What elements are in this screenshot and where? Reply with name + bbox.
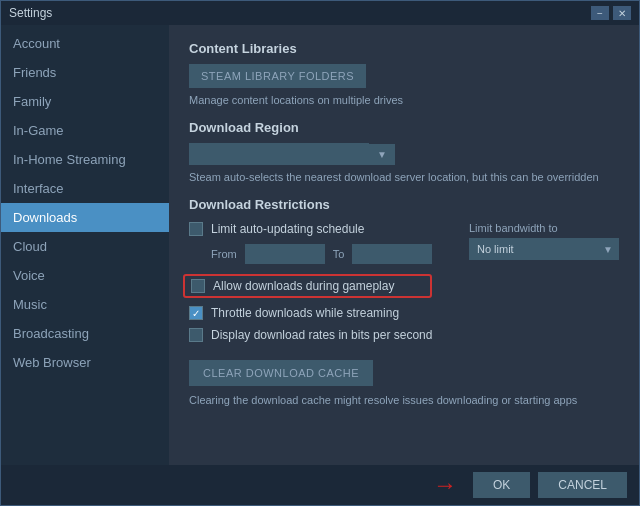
allow-downloads-row: Allow downloads during gameplay [183, 274, 432, 298]
footer: → OK CANCEL [1, 465, 639, 505]
limit-autoupdate-checkbox[interactable] [189, 222, 203, 236]
download-restrictions-section: Download Restrictions Limit auto-updatin… [189, 197, 619, 406]
restrictions-inner: Limit auto-updating schedule From To Al [189, 222, 619, 406]
right-arrow-icon: → [433, 471, 457, 499]
cancel-button[interactable]: CANCEL [538, 472, 627, 498]
display-rates-checkbox[interactable] [189, 328, 203, 342]
region-input[interactable] [189, 143, 369, 165]
sidebar-item-family[interactable]: Family [1, 87, 169, 116]
throttle-label: Throttle downloads while streaming [211, 306, 399, 320]
from-time-input[interactable] [245, 244, 325, 264]
content-libraries-desc: Manage content locations on multiple dri… [189, 94, 619, 106]
close-button[interactable]: ✕ [613, 6, 631, 20]
sidebar: AccountFriendsFamilyIn-GameIn-Home Strea… [1, 25, 169, 465]
to-time-input[interactable] [352, 244, 432, 264]
content-area: AccountFriendsFamilyIn-GameIn-Home Strea… [1, 25, 639, 465]
bandwidth-label: Limit bandwidth to [469, 222, 619, 234]
throttle-row: Throttle downloads while streaming [189, 306, 432, 320]
sidebar-item-voice[interactable]: Voice [1, 261, 169, 290]
title-bar: Settings − ✕ [1, 1, 639, 25]
settings-window: Settings − ✕ AccountFriendsFamilyIn-Game… [0, 0, 640, 506]
content-libraries-section: Content Libraries STEAM LIBRARY FOLDERS … [189, 41, 619, 106]
main-content: Content Libraries STEAM LIBRARY FOLDERS … [169, 25, 639, 465]
sidebar-item-friends[interactable]: Friends [1, 58, 169, 87]
sidebar-item-cloud[interactable]: Cloud [1, 232, 169, 261]
sidebar-item-web-browser[interactable]: Web Browser [1, 348, 169, 377]
left-restrictions: Limit auto-updating schedule From To Al [189, 222, 432, 350]
to-label: To [333, 248, 345, 260]
bandwidth-section: Limit bandwidth to No limit ▼ [469, 222, 619, 260]
download-restrictions-title: Download Restrictions [189, 197, 619, 212]
display-rates-row: Display download rates in bits per secon… [189, 328, 432, 342]
content-libraries-title: Content Libraries [189, 41, 619, 56]
title-bar-controls: − ✕ [591, 6, 631, 20]
from-to-row: From To [211, 244, 432, 264]
download-region-desc: Steam auto-selects the nearest download … [189, 171, 619, 183]
limit-autoupdate-label: Limit auto-updating schedule [211, 222, 364, 236]
region-dropdown-btn[interactable]: ▼ [369, 144, 395, 165]
sidebar-item-in-home-streaming[interactable]: In-Home Streaming [1, 145, 169, 174]
sidebar-item-account[interactable]: Account [1, 29, 169, 58]
clear-cache-button[interactable]: CLEAR DOWNLOAD CACHE [189, 360, 373, 386]
allow-downloads-checkbox[interactable] [191, 279, 205, 293]
download-region-title: Download Region [189, 120, 619, 135]
sidebar-item-music[interactable]: Music [1, 290, 169, 319]
sidebar-item-interface[interactable]: Interface [1, 174, 169, 203]
clear-cache-desc: Clearing the download cache might resolv… [189, 394, 619, 406]
minimize-button[interactable]: − [591, 6, 609, 20]
region-row: ▼ [189, 143, 619, 165]
throttle-checkbox[interactable] [189, 306, 203, 320]
limit-autoupdate-row: Limit auto-updating schedule [189, 222, 432, 236]
bandwidth-select[interactable]: No limit [469, 238, 619, 260]
arrow-indicator: → [13, 471, 465, 499]
display-rates-label: Display download rates in bits per secon… [211, 328, 432, 342]
sidebar-item-in-game[interactable]: In-Game [1, 116, 169, 145]
sidebar-item-downloads[interactable]: Downloads [1, 203, 169, 232]
allow-downloads-label: Allow downloads during gameplay [213, 279, 394, 293]
download-region-section: Download Region ▼ Steam auto-selects the… [189, 120, 619, 183]
bandwidth-select-wrapper: No limit ▼ [469, 238, 619, 260]
steam-library-folders-button[interactable]: STEAM LIBRARY FOLDERS [189, 64, 366, 88]
sidebar-item-broadcasting[interactable]: Broadcasting [1, 319, 169, 348]
ok-button[interactable]: OK [473, 472, 530, 498]
from-label: From [211, 248, 237, 260]
window-title: Settings [9, 6, 52, 20]
